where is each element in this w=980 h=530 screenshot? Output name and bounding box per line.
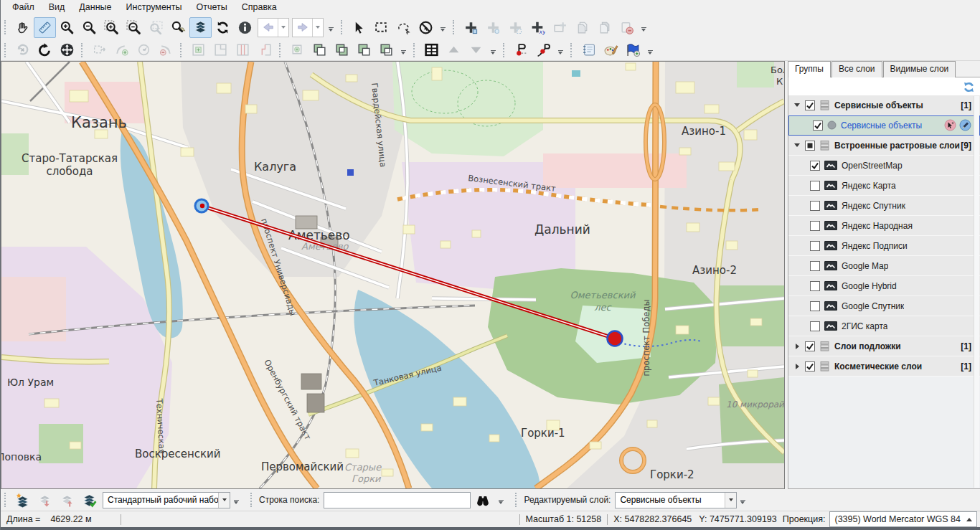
checkbox-checked[interactable] <box>805 361 815 372</box>
attribute-table-button[interactable] <box>420 39 443 60</box>
toolbar-grip[interactable] <box>250 493 254 507</box>
workset-select[interactable]: Стандартный рабочий набор <box>103 492 230 508</box>
menu-view[interactable]: Вид <box>42 1 72 14</box>
move-object-button[interactable] <box>56 39 78 60</box>
layer-row-openstreetmap[interactable]: OpenStreetMap <box>788 156 980 176</box>
menu-data[interactable]: Данные <box>72 1 118 14</box>
menu-reports[interactable]: Отчеты <box>189 1 234 14</box>
projection-select-arrow[interactable] <box>966 515 972 521</box>
new-workset-button[interactable] <box>11 490 34 511</box>
layers-scrollbar[interactable] <box>974 96 979 488</box>
rotate-object-button[interactable] <box>34 39 56 60</box>
delete-object-button-disabled[interactable] <box>616 17 638 38</box>
intersect-objects-button[interactable] <box>331 39 353 60</box>
info-tool-button[interactable] <box>234 17 256 38</box>
select-tool-button[interactable] <box>348 17 370 38</box>
tab-all-layers[interactable]: Все слои <box>831 61 882 77</box>
measurement-end-point[interactable] <box>608 331 623 346</box>
save-workset-button-disabled[interactable] <box>56 490 78 511</box>
open-workset-button-disabled[interactable] <box>34 490 56 511</box>
edit-layer-select-arrow[interactable] <box>725 493 736 508</box>
checkbox-unchecked[interactable] <box>810 321 820 331</box>
toolbar-overflow-button[interactable] <box>646 42 654 58</box>
zoom-area-button[interactable] <box>167 17 189 38</box>
collapse-arrow-icon[interactable] <box>794 100 804 110</box>
checkbox-unchecked[interactable] <box>810 301 820 311</box>
arc-remove-button-disabled[interactable] <box>155 39 177 60</box>
layer-row-yandex-labels[interactable]: Яндекс Подписи <box>788 236 980 256</box>
navigate-back-button[interactable] <box>258 18 289 37</box>
layer-row-yandex-satellite[interactable]: Яндекс Спутник <box>788 196 980 216</box>
toolbar-overflow-button[interactable] <box>326 19 335 35</box>
toolbar-grip[interactable] <box>570 43 574 57</box>
checkbox-unchecked[interactable] <box>810 241 820 251</box>
topology-split-button-disabled[interactable] <box>232 39 254 60</box>
navigate-forward-button[interactable] <box>292 18 324 37</box>
workset-select-arrow[interactable] <box>218 493 230 508</box>
paste-object-button-disabled[interactable] <box>593 17 616 38</box>
checkbox-unchecked[interactable] <box>810 181 820 191</box>
symmetric-difference-button[interactable] <box>375 39 397 60</box>
union-objects-button[interactable] <box>308 39 331 60</box>
select-rectangle-button[interactable] <box>370 17 392 38</box>
paste-extent-button-disabled[interactable] <box>549 17 571 38</box>
map-canvas[interactable]: Казань Старо-Татарская слобода Калуга Ам… <box>1 62 784 488</box>
forward-history-dropdown[interactable] <box>312 19 323 37</box>
arc-add-button-disabled[interactable] <box>110 39 133 60</box>
select-objects-action-icon[interactable] <box>944 119 956 131</box>
toolbar-overflow-button[interactable] <box>738 492 747 508</box>
checkbox-unchecked[interactable] <box>810 261 820 271</box>
projection-select[interactable]: (3395) World Mercator WGS 84 <box>829 511 977 527</box>
refresh-map-button[interactable] <box>212 17 234 38</box>
layer-row-yandex-map[interactable]: Яндекс Карта <box>788 176 980 196</box>
toolbar-overflow-button[interactable] <box>489 42 497 58</box>
journal-button[interactable] <box>578 39 600 60</box>
toolbar-grip[interactable] <box>503 43 507 57</box>
layer-group-service-objects[interactable]: Сервисные объекты [1] <box>788 95 980 115</box>
toolbar-grip[interactable] <box>4 43 8 57</box>
add-vertex-button-disabled[interactable] <box>504 17 527 38</box>
expand-arrow-icon[interactable] <box>794 344 804 349</box>
map-style-button[interactable] <box>600 39 622 60</box>
layer-group-builtin-rasters[interactable]: Встроенные растровые слои [9] <box>788 136 980 156</box>
toolbar-overflow-button[interactable] <box>399 42 407 58</box>
layer-group-cosmetic[interactable]: Косметические слои [1] <box>788 356 980 377</box>
toolbar-grip[interactable] <box>4 20 8 34</box>
topology-cut-button-disabled[interactable] <box>254 39 276 60</box>
toolbar-grip[interactable] <box>453 20 456 34</box>
layers-panel-button[interactable] <box>189 17 212 38</box>
layer-row-service-objects-selected[interactable]: Сервисные объекты <box>788 115 980 136</box>
checkbox-unchecked[interactable] <box>810 221 820 231</box>
checkbox-checked[interactable] <box>813 120 823 131</box>
tab-groups[interactable]: Группы <box>788 61 831 77</box>
pan-tool-button[interactable] <box>11 17 34 38</box>
cancel-selection-button[interactable] <box>415 17 437 38</box>
checkbox-unchecked[interactable] <box>810 201 820 211</box>
copy-object-button-disabled[interactable] <box>571 17 593 38</box>
map-viewport[interactable]: Казань Старо-Татарская слобода Калуга Ам… <box>1 61 785 489</box>
topology-create-button-disabled[interactable] <box>187 39 209 60</box>
layer-row-google-map[interactable]: Google Map <box>788 256 980 276</box>
checkbox-unchecked[interactable] <box>810 281 820 291</box>
toolbar-overflow-button[interactable] <box>438 19 447 35</box>
geometry-add-button-disabled[interactable] <box>286 39 308 60</box>
add-by-coordinates-button[interactable]: xy <box>527 17 549 38</box>
tab-visible-layers[interactable]: Видимые слои <box>883 61 956 77</box>
menu-file[interactable]: Файл <box>5 1 42 14</box>
move-down-button-disabled[interactable] <box>465 39 487 60</box>
search-execute-button[interactable] <box>471 490 495 511</box>
toolbar-grip[interactable] <box>341 20 344 34</box>
zoom-out-rect-button[interactable] <box>123 17 145 38</box>
direction-button-disabled[interactable] <box>133 39 155 60</box>
apply-workset-button[interactable] <box>78 490 100 511</box>
zoom-out-button[interactable] <box>78 17 100 38</box>
snap-to-line-button[interactable] <box>532 39 555 60</box>
zoom-previous-button[interactable] <box>145 17 167 38</box>
back-history-dropdown[interactable] <box>278 19 288 37</box>
subtract-objects-button[interactable] <box>353 39 375 60</box>
toolbar-overflow-button[interactable] <box>639 19 648 35</box>
add-node-button-disabled[interactable] <box>482 17 504 38</box>
measure-ruler-button[interactable] <box>34 17 56 38</box>
export-button[interactable] <box>622 39 644 60</box>
menu-help[interactable]: Справка <box>235 1 284 14</box>
